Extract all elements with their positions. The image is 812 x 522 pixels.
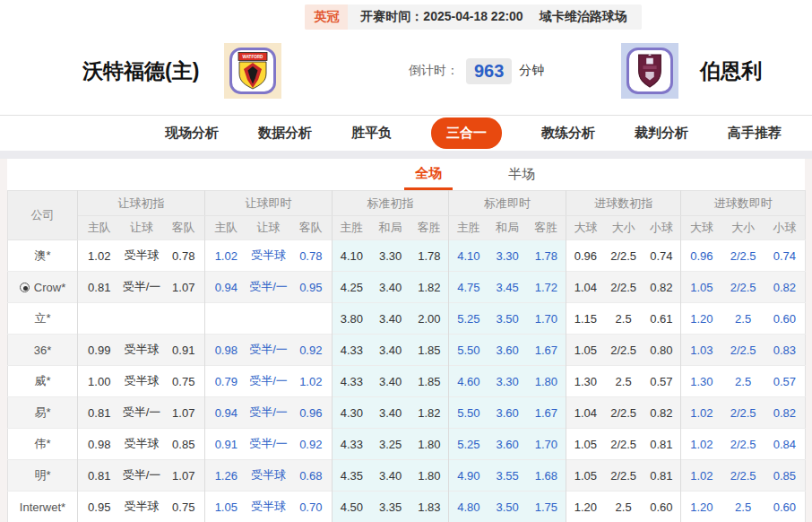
odds-cell: 0.81 bbox=[78, 272, 121, 303]
odds-cell: 1.05 bbox=[681, 272, 722, 303]
odds-cell: 5.50 bbox=[449, 397, 488, 429]
tab-half-time[interactable]: 半场 bbox=[497, 159, 546, 190]
table-row: 威*1.00受半球0.750.79受半/一1.024.333.401.854.6… bbox=[8, 366, 806, 397]
odds-cell: 受半球 bbox=[247, 460, 290, 492]
svg-text:WATFORD: WATFORD bbox=[243, 55, 264, 59]
odds-cell: 4.33 bbox=[333, 335, 371, 366]
odds-cell: 0.85 bbox=[764, 460, 806, 492]
odds-cell: 2/2.5 bbox=[722, 240, 764, 272]
odds-cell: 受半球 bbox=[121, 240, 163, 272]
table-row: 澳*1.02受半球0.781.02受半球0.784.103.301.784.10… bbox=[8, 240, 806, 272]
odds-cell: 3.40 bbox=[371, 272, 410, 303]
odds-cell: 1.02 bbox=[290, 366, 333, 397]
table-row: 36*0.99受半球0.910.98受半/一0.924.333.401.855.… bbox=[8, 335, 806, 366]
col-header: 让球 bbox=[247, 216, 290, 240]
odds-cell: 0.94 bbox=[205, 397, 247, 429]
company-cell[interactable]: Interwet* bbox=[8, 492, 78, 522]
odds-cell: 1.15 bbox=[566, 303, 605, 335]
odds-cell: 1.07 bbox=[163, 460, 205, 492]
odds-cell bbox=[163, 303, 205, 335]
tab-live-analysis[interactable]: 现场分析 bbox=[165, 125, 219, 142]
odds-cell: 3.40 bbox=[371, 460, 410, 492]
odds-cell: 受半球 bbox=[247, 492, 290, 522]
home-team-logo: WATFORD bbox=[224, 43, 281, 99]
company-cell[interactable]: 威* bbox=[8, 366, 78, 397]
table-row: 伟*0.98受半球0.850.91受半/一0.924.333.251.805.2… bbox=[8, 429, 806, 460]
match-header-section: 英冠 开赛时间：2025-04-18 22:00 域卡维治路球场 沃特福德(主)… bbox=[0, 0, 812, 115]
company-cell[interactable]: 易* bbox=[8, 397, 78, 429]
odds-cell: 4.25 bbox=[333, 272, 371, 303]
odds-cell: 3.30 bbox=[371, 240, 410, 272]
company-cell[interactable]: 36* bbox=[8, 335, 78, 366]
odds-cell: 0.78 bbox=[290, 240, 333, 272]
odds-cell: 0.99 bbox=[78, 335, 121, 366]
odds-table-body: 澳*1.02受半球0.781.02受半球0.784.103.301.784.10… bbox=[8, 240, 806, 522]
odds-cell: 受半/一 bbox=[121, 397, 163, 429]
company-cell[interactable]: 澳* bbox=[8, 240, 78, 272]
odds-cell: 1.20 bbox=[566, 492, 605, 522]
company-cell[interactable]: 立* bbox=[8, 303, 78, 335]
col-header: 客队 bbox=[163, 216, 205, 240]
odds-cell: 3.35 bbox=[371, 492, 410, 522]
venue-name: 域卡维治路球场 bbox=[540, 9, 627, 25]
odds-cell: 2/2.5 bbox=[722, 429, 764, 460]
company-cell[interactable]: 明* bbox=[8, 460, 78, 492]
odds-cell bbox=[78, 303, 121, 335]
countdown-value: 963 bbox=[466, 58, 512, 84]
odds-cell: 0.80 bbox=[643, 335, 681, 366]
odds-cell: 受半/一 bbox=[247, 335, 290, 366]
odds-cell: 2/2.5 bbox=[605, 429, 643, 460]
company-cell[interactable]: 伟* bbox=[8, 429, 78, 460]
odds-cell: 0.74 bbox=[764, 240, 806, 272]
col-header: 小球 bbox=[643, 216, 681, 240]
odds-cell: 1.07 bbox=[163, 272, 205, 303]
tab-referee-analysis[interactable]: 裁判分析 bbox=[635, 125, 688, 142]
odds-cell: 3.60 bbox=[488, 335, 527, 366]
odds-cell: 2/2.5 bbox=[722, 272, 764, 303]
table-header-groups: 公司 让球初指 让球即时 标准初指 标准即时 进球数初指 进球数即时 bbox=[8, 191, 806, 216]
odds-cell: 1.70 bbox=[527, 429, 566, 460]
tab-win-draw-lose[interactable]: 胜平负 bbox=[351, 125, 392, 142]
odds-cell: 2/2.5 bbox=[722, 460, 764, 492]
odds-cell: 1.82 bbox=[410, 272, 449, 303]
odds-cell: 4.60 bbox=[449, 366, 488, 397]
odds-cell: 受半球 bbox=[121, 429, 163, 460]
tab-coach-analysis[interactable]: 教练分析 bbox=[541, 125, 595, 142]
col-header: 让球 bbox=[121, 216, 163, 240]
odds-cell: 1.04 bbox=[566, 272, 605, 303]
odds-panel: 全场 半场 公司 让球初指 让球即时 标准初指 标准即时 进球数初指 进球数即时 bbox=[7, 159, 805, 522]
tab-expert-picks[interactable]: 高手推荐 bbox=[728, 125, 782, 142]
odds-cell: 1.80 bbox=[527, 366, 566, 397]
odds-cell: 受半球 bbox=[121, 492, 163, 522]
odds-cell: 0.81 bbox=[643, 460, 681, 492]
away-team-name: 伯恩利 bbox=[700, 57, 762, 85]
odds-cell: 3.40 bbox=[371, 366, 410, 397]
tab-data-analysis[interactable]: 数据分析 bbox=[258, 125, 312, 142]
odds-cell: 0.82 bbox=[643, 272, 681, 303]
league-badge[interactable]: 英冠 bbox=[305, 4, 348, 30]
odds-cell: 4.90 bbox=[449, 460, 488, 492]
kickoff-time: 开赛时间：2025-04-18 22:00 bbox=[360, 9, 523, 25]
company-cell[interactable]: Crow* bbox=[8, 272, 78, 303]
tab-three-in-one[interactable]: 三合一 bbox=[431, 117, 502, 149]
col-header: 客队 bbox=[290, 216, 333, 240]
odds-cell: 受半球 bbox=[121, 366, 163, 397]
odds-cell: 3.25 bbox=[371, 429, 410, 460]
odds-cell: 1.72 bbox=[527, 272, 566, 303]
odds-cell: 0.57 bbox=[643, 366, 681, 397]
col-header: 客胜 bbox=[527, 216, 566, 240]
odds-cell: 1.68 bbox=[527, 460, 566, 492]
odds-cell: 0.57 bbox=[764, 366, 806, 397]
odds-cell: 1.85 bbox=[410, 366, 449, 397]
odds-cell: 0.95 bbox=[290, 272, 333, 303]
table-header-columns: 主队 让球 客队 主队 让球 客队 主胜 和局 客胜 主胜 和局 客胜 大球 大… bbox=[8, 216, 806, 240]
odds-cell: 1.20 bbox=[681, 303, 722, 335]
tab-full-time[interactable]: 全场 bbox=[404, 159, 453, 190]
odds-cell: 3.60 bbox=[488, 397, 527, 429]
odds-cell: 0.96 bbox=[566, 240, 605, 272]
odds-cell: 2/2.5 bbox=[605, 272, 643, 303]
odds-cell: 4.35 bbox=[333, 460, 371, 492]
group-handicap-initial: 让球初指 bbox=[78, 191, 205, 216]
group-goals-live: 进球数即时 bbox=[681, 191, 806, 216]
odds-cell: 0.81 bbox=[78, 460, 121, 492]
